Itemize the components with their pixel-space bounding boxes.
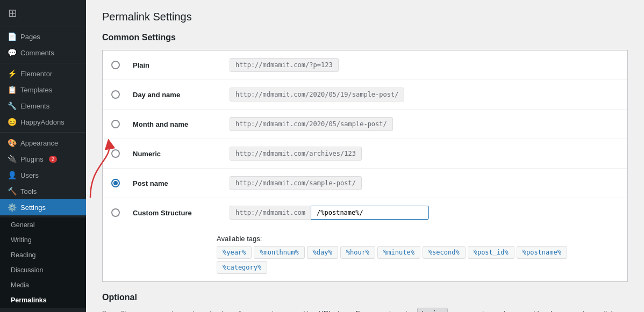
tag-btn-minute[interactable]: %minute% (377, 246, 420, 259)
url-display-plain: http://mdmamit.com/?p=123 (230, 58, 339, 72)
radio-btn-custom[interactable] (111, 208, 120, 217)
pages-icon: 📄 (8, 32, 16, 41)
radio-btn-plain[interactable] (111, 61, 120, 69)
sidebar-divider (0, 63, 86, 63)
plugins-icon: 🔌 (8, 155, 16, 163)
tag-btn-day[interactable]: %day% (307, 246, 338, 259)
radio-btn-numeric[interactable] (111, 149, 120, 158)
sidebar-submenu-discussion[interactable]: Discussion (0, 263, 86, 278)
elementor-icon: ⚡ (8, 69, 16, 78)
appearance-icon: 🎨 (8, 139, 16, 147)
label-month-name: Month and name (133, 120, 219, 128)
submenu-label: Permalinks (11, 296, 47, 304)
url-numeric: http://mdmamit.com/archives/123 (230, 147, 619, 161)
sidebar: ⊞ 📄 Pages 💬 Comments ⚡ Elementor 📋 Templ… (0, 0, 86, 312)
sidebar-submenu-media[interactable]: Media (0, 278, 86, 293)
sidebar-item-label: Comments (20, 49, 54, 57)
radio-btn-post-name[interactable] (111, 179, 120, 187)
label-day-name: Day and name (133, 91, 219, 99)
settings-submenu: General Writing Reading Discussion Media… (0, 217, 86, 308)
radio-btn-month-name[interactable] (111, 120, 120, 128)
permalink-options: Plain http://mdmamit.com/?p=123 Day and … (102, 50, 628, 282)
sidebar-item-label: Users (20, 171, 39, 179)
users-icon: 👤 (8, 171, 16, 179)
radio-numeric[interactable] (111, 149, 122, 158)
option-plain: Plain http://mdmamit.com/?p=123 (103, 50, 627, 80)
elements-icon: 🔧 (8, 101, 16, 110)
custom-url-prefix: http://mdmamit.com (230, 206, 311, 220)
sidebar-nav: 📄 Pages 💬 Comments ⚡ Elementor 📋 Templat… (0, 26, 86, 217)
tags-list: %year%%monthnum%%day%%hour%%minute%%seco… (217, 246, 619, 274)
label-post-name: Post name (133, 179, 219, 187)
sidebar-item-plugins[interactable]: 🔌 Plugins 2 (0, 151, 86, 167)
optional-title: Optional (102, 293, 628, 302)
submenu-label: Discussion (11, 266, 43, 274)
sidebar-item-users[interactable]: 👤 Users (0, 167, 86, 183)
radio-btn-day-name[interactable] (111, 90, 120, 99)
radio-plain[interactable] (111, 61, 122, 69)
tag-btn-hour[interactable]: %hour% (340, 246, 375, 259)
sidebar-item-label: Pages (20, 33, 40, 41)
radio-day-name[interactable] (111, 90, 122, 99)
sidebar-item-label: Plugins (20, 155, 44, 163)
option-custom: Custom Structure http://mdmamit.com Avai… (103, 198, 627, 281)
tag-btn-year[interactable]: %year% (217, 246, 252, 259)
topics-tag: topics (417, 308, 448, 312)
main-content: Permalink Settings Common Settings Plain… (86, 0, 644, 312)
url-display-numeric: http://mdmamit.com/archives/123 (230, 147, 362, 161)
sidebar-item-comments[interactable]: 💬 Comments (0, 45, 86, 61)
sidebar-item-label: Elements (20, 102, 49, 110)
sidebar-item-label: Appearance (20, 139, 58, 147)
tag-btn-postname[interactable]: %postname% (517, 246, 567, 259)
option-day-name: Day and name http://mdmamit.com/2020/05/… (103, 80, 627, 110)
label-custom: Custom Structure (133, 209, 219, 217)
optional-section: Optional If you like, you may enter cust… (102, 293, 628, 312)
common-settings-title: Common Settings (102, 33, 628, 42)
sidebar-submenu-writing[interactable]: Writing (0, 233, 86, 248)
sidebar-item-label: Templates (20, 86, 52, 94)
settings-icon: ⚙️ (8, 203, 16, 212)
sidebar-item-tools[interactable]: 🔨 Tools (0, 183, 86, 199)
option-numeric: Numeric http://mdmamit.com/archives/123 (103, 139, 627, 169)
label-plain: Plain (133, 61, 219, 69)
sidebar-item-appearance[interactable]: 🎨 Appearance (0, 135, 86, 151)
radio-custom[interactable] (111, 208, 122, 217)
sidebar-item-elementor[interactable]: ⚡ Elementor (0, 66, 86, 82)
optional-description: If you like, you may enter custom struct… (102, 308, 628, 312)
page-title: Permalink Settings (102, 11, 628, 23)
submenu-label: Reading (11, 251, 36, 259)
available-tags-label: Available tags: (217, 235, 619, 243)
sidebar-item-label: Elementor (20, 70, 52, 78)
sidebar-item-elements[interactable]: 🔧 Elements (0, 98, 86, 114)
custom-url-input[interactable] (311, 206, 429, 220)
sidebar-submenu-general[interactable]: General (0, 217, 86, 233)
tag-btn-monthnum[interactable]: %monthnum% (254, 246, 304, 259)
label-numeric: Numeric (133, 150, 219, 158)
sidebar-item-pages[interactable]: 📄 Pages (0, 28, 86, 45)
sidebar-submenu-permalinks[interactable]: Permalinks (0, 293, 86, 308)
submenu-label: Media (11, 281, 29, 289)
url-post-name: http://mdmamit.com/sample-post/ (230, 176, 619, 190)
radio-month-name[interactable] (111, 120, 122, 128)
sidebar-item-label: HappyAddons (20, 118, 65, 126)
sidebar-item-happyaddons[interactable]: 😊 HappyAddons (0, 114, 86, 130)
plugins-badge: 2 (49, 156, 58, 163)
available-tags-section: Available tags: %year%%monthnum%%day%%ho… (111, 235, 619, 274)
custom-row-top: Custom Structure http://mdmamit.com (111, 206, 619, 220)
radio-post-name[interactable] (111, 179, 122, 187)
tools-icon: 🔨 (8, 187, 16, 195)
submenu-label: Writing (11, 236, 32, 244)
url-plain: http://mdmamit.com/?p=123 (230, 58, 619, 72)
sidebar-submenu-reading[interactable]: Reading (0, 248, 86, 263)
url-day-name: http://mdmamit.com/2020/05/19/sample-pos… (230, 88, 619, 101)
sidebar-item-templates[interactable]: 📋 Templates (0, 82, 86, 98)
comments-icon: 💬 (8, 48, 16, 57)
sidebar-item-settings[interactable]: ⚙️ Settings (0, 199, 86, 215)
tag-btn-category[interactable]: %category% (217, 261, 267, 274)
sidebar-item-label: Settings (20, 204, 46, 212)
tag-btn-second[interactable]: %second% (423, 246, 466, 259)
tag-btn-post_id[interactable]: %post_id% (468, 246, 514, 259)
url-display-day-name: http://mdmamit.com/2020/05/19/sample-pos… (230, 88, 404, 101)
optional-desc-1: If you like, you may enter custom struct… (102, 309, 415, 312)
sidebar-item-label: Tools (20, 187, 37, 195)
